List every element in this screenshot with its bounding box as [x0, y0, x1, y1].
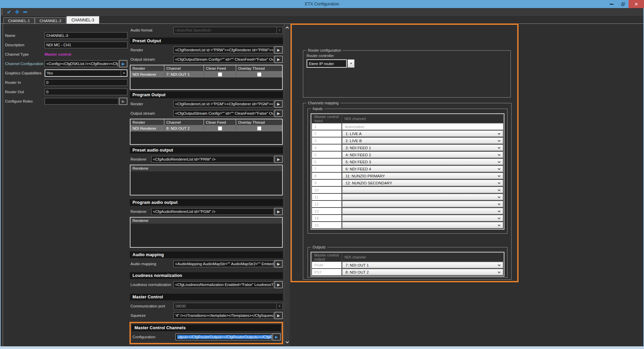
channels-mapping-group: Channels mapping Inputs Master control i…	[303, 103, 512, 280]
ndi-channel-select[interactable]	[342, 194, 503, 200]
ndi-channel-select[interactable]	[342, 215, 503, 221]
ndi-channel-select[interactable]: 8: NDI OUT 2	[342, 269, 503, 275]
ndi-channel-select[interactable]: 2: LIVE B	[342, 137, 503, 144]
tab-channel-3[interactable]: CHANNEL-3	[66, 16, 99, 24]
apply-button[interactable]: ✔	[5, 9, 13, 15]
configure-roles-input[interactable]	[45, 98, 118, 105]
ndi-channel-select[interactable]	[342, 201, 503, 207]
program-audio-renderer-edit-button[interactable]: ▶	[274, 208, 283, 215]
ndi-channel-select[interactable]: 4: NDI FEED 2	[342, 152, 503, 158]
arrow-right-icon: ▶	[277, 313, 280, 318]
ndi-channel-select[interactable]: 7: NDI OUT 1	[342, 262, 503, 268]
clean-feed-checkbox[interactable]	[218, 126, 222, 130]
squeeze-label: Squeeze	[130, 313, 173, 317]
chevron-down-icon: ▼	[276, 27, 282, 34]
ndi-channel-select[interactable]	[342, 187, 503, 193]
program-output-stream-edit-button[interactable]: ▶	[274, 110, 283, 117]
preset-output-stream-edit-button[interactable]: ▶	[274, 56, 283, 63]
scroll-up-button[interactable]	[284, 24, 290, 31]
add-channel-button[interactable]: ✚	[13, 9, 21, 15]
preset-render-edit-button[interactable]: ▶	[274, 46, 283, 54]
ndi-channel-value: 12: NUNZIO SECONDARY	[345, 181, 392, 185]
squeeze-edit-button[interactable]: ▶	[274, 312, 283, 319]
audio-mapping-edit-button[interactable]: ▶	[274, 260, 283, 268]
restore-button[interactable]	[617, 0, 629, 8]
program-output-stream-input[interactable]: <CfgOutputStream Config="" id="" CleanFe…	[173, 110, 274, 117]
loudness-normalization-label: Loudness normalization	[130, 283, 173, 287]
col-clean-feed: Clean Feed	[204, 119, 236, 125]
render-cell: NDI Renderer	[130, 125, 164, 131]
outputs-mapping-table: Master control output NDI channel PGM 7:…	[311, 252, 504, 277]
channel-configuration-edit-button[interactable]: ▶	[119, 60, 127, 67]
ndi-channel-value: 1: LIVE A	[345, 132, 362, 136]
vertical-scrollbar[interactable]	[284, 24, 290, 346]
table-empty-area	[130, 77, 282, 89]
audio-format-select[interactable]: <Auto/Not Specified> ▼	[173, 27, 283, 34]
configuration-input[interactable]: utput></CfgRouterOutput></CfgRouterOutpu…	[175, 334, 272, 340]
table-row: 11	[312, 194, 503, 200]
router-controller-select[interactable]: Etere IP router ▼	[307, 59, 355, 68]
program-render-edit-button[interactable]: ▶	[274, 100, 283, 108]
communication-port-value: 18030	[174, 304, 276, 308]
loudness-normalization-input[interactable]: <CfgLoudnessNormalization Enabled="False…	[173, 281, 274, 288]
tab-channel-2[interactable]: CHANNEL-2	[35, 17, 66, 24]
ndi-channel-select[interactable]: 5: NDI FEED 3	[342, 159, 503, 165]
table-row[interactable]: NDI Renderer 8: NDI OUT 2	[130, 125, 282, 131]
ndi-channel-select[interactable]	[342, 208, 503, 214]
preset-output-stream-input[interactable]: <CfgOutputStream Config="" id="" CleanFe…	[173, 56, 274, 63]
input-number-cell: 14	[312, 215, 341, 221]
graphics-capabilities-select[interactable]: Yes ▼	[45, 69, 127, 77]
table-empty-area	[130, 131, 282, 144]
ndi-channel-select[interactable]: 12: NUNZIO SECONDARY	[342, 180, 503, 186]
ndi-channel-select[interactable]: 3: NDI FEED 1	[342, 144, 503, 151]
chevron-down-icon	[498, 146, 500, 149]
tab-channel-1[interactable]: CHANNEL-1	[3, 17, 35, 24]
channel-configuration-input[interactable]: <Config><CfgDSKList /><CfgRouter><CfgRou…	[45, 60, 118, 67]
configure-roles-edit-button[interactable]: ▶	[119, 98, 127, 105]
remove-channel-button[interactable]	[21, 9, 29, 15]
scroll-down-button[interactable]	[284, 339, 290, 345]
master-control-channels-header: Master Control Channels	[132, 325, 281, 331]
overlay-thread-checkbox[interactable]	[257, 72, 261, 76]
preset-audio-renderer-edit-button[interactable]: ▶	[274, 156, 283, 163]
window-border-bottom	[0, 346, 644, 349]
ndi-channel-select[interactable]: 11: NUNZIO PRIMARY	[342, 173, 503, 179]
loudness-normalization-edit-button[interactable]: ▶	[274, 281, 283, 288]
channel-cell: 7: NDI OUT 1	[164, 71, 204, 77]
chevron-down-icon	[498, 174, 500, 177]
squeeze-input[interactable]: '4" /></Transitions></template></Templat…	[173, 312, 274, 319]
program-render-input[interactable]: <CfgRendererList id ="PGM"><CfgRenderer …	[173, 101, 274, 107]
chevron-down-icon	[498, 202, 500, 205]
chevron-down-icon	[285, 340, 289, 343]
minimize-button[interactable]	[606, 0, 617, 8]
router-out-input[interactable]: 0	[45, 89, 127, 95]
audio-mapping-input[interactable]: <AudioMapping AudioMapStr="" AudioMapStr…	[173, 260, 274, 267]
chevron-down-icon	[498, 139, 500, 142]
router-in-input[interactable]: 0	[45, 79, 127, 86]
program-audio-renderer-input[interactable]: <CfgAudioRendererList id="PGM" />	[151, 208, 274, 215]
communication-port-select[interactable]: 18030 ▼	[173, 303, 283, 310]
overlay-thread-checkbox[interactable]	[257, 126, 261, 130]
channel-properties-panel: Name CHANNEL-3 Description NDI MC - CH1 …	[3, 24, 129, 349]
channel-cell: 8: NDI OUT 2	[164, 125, 204, 131]
configuration-edit-button[interactable]: ▶	[272, 333, 281, 341]
input-number-cell: 10	[312, 187, 341, 193]
ndi-channel-select[interactable]: 6: NDI FEED 4	[342, 166, 503, 172]
description-input[interactable]: NDI MC - CH1	[45, 42, 127, 48]
router-configuration-title: Router configuration	[306, 48, 343, 53]
preset-output-table: Render Channel Clean Feed Overlay Thread…	[130, 65, 283, 90]
table-row: 3 2: LIVE B	[312, 137, 503, 144]
name-input[interactable]: CHANNEL-3	[45, 32, 127, 39]
preset-audio-renderer-input[interactable]: <CfgAudioRendererList id="PRW" />	[151, 156, 274, 163]
col-channel: Channel	[164, 119, 204, 125]
ndi-channel-select[interactable]: 1: LIVE A	[342, 130, 503, 137]
clean-feed-checkbox[interactable]	[218, 72, 222, 76]
toolbar-grip[interactable]	[2, 9, 2, 15]
configure-roles-label: Configure Roles	[5, 99, 45, 103]
input-number-cell: 13	[312, 208, 341, 214]
table-row[interactable]: NDI Renderer 7: NDI OUT 1	[130, 71, 282, 77]
chevron-down-icon	[498, 167, 500, 170]
ndi-channel-select[interactable]	[342, 222, 503, 228]
preset-render-input[interactable]: <CfgRendererList id ="PRW"><CfgRenderer …	[173, 47, 274, 53]
close-button[interactable]: ✕	[629, 0, 644, 8]
